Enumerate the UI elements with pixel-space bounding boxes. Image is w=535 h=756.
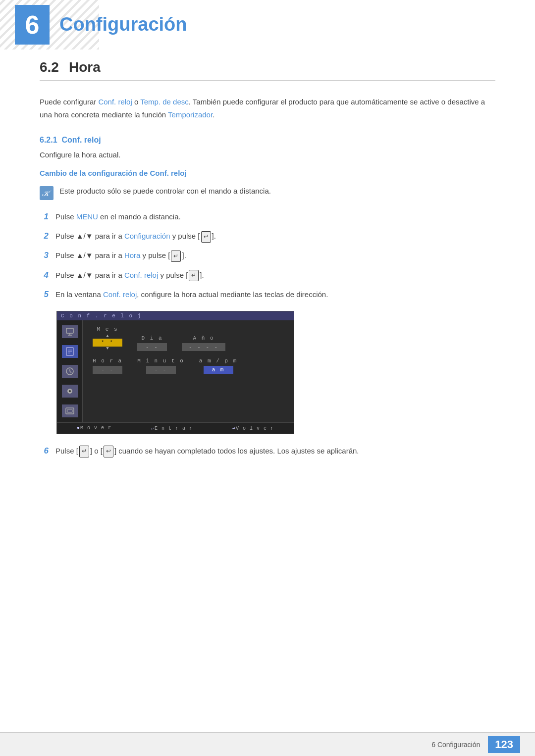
back-key-6: ↩ (104, 446, 113, 457)
dialog-main: M e s ▲ * * ▼ D i a - - A ñ o (83, 320, 294, 422)
sidebar-icon-2 (62, 345, 78, 358)
note-text: Este producto sólo se puede controlar co… (59, 185, 271, 197)
value-ampm: a m (204, 366, 233, 374)
step-number-1: 1 (40, 210, 49, 223)
dialog-footer: ●M o v e r ↵E n t r a r ↩V o l v e r (57, 422, 294, 434)
dialog-row-2: H o r a - - M i n u t o - - a m / p m a … (93, 358, 284, 374)
subsection-number: 6.2.1 (40, 136, 57, 144)
footer-entrar: ↵E n t r a r (151, 425, 193, 431)
step-number-4: 4 (40, 268, 49, 282)
enter-key-2: ↵ (201, 231, 211, 243)
svg-rect-2 (66, 328, 73, 333)
intro-paragraph: Puede configurar Conf. reloj o Temp. de … (40, 96, 495, 121)
field-mes: M e s ▲ * * ▼ (93, 326, 122, 351)
subsection-heading: 6.2.1 Conf. reloj (40, 136, 495, 145)
label-ampm: a m / p m (199, 358, 237, 364)
step-4-highlight: Conf. reloj (124, 271, 158, 279)
arrow-down-mes: ▼ (106, 347, 108, 351)
value-mes: * * (93, 339, 122, 347)
label-ano: A ñ o (193, 335, 214, 341)
bold-heading: Cambio de la configuración de Conf. relo… (40, 169, 495, 177)
dialog-row-1: M e s ▲ * * ▼ D i a - - A ñ o (93, 326, 284, 351)
field-minuto: M i n u t o - - (137, 358, 184, 374)
svg-point-13 (69, 390, 71, 392)
step-1-highlight: MENU (76, 212, 98, 221)
step-6: 6 Pulse [↵] o [↩] cuando se hayan comple… (40, 444, 495, 457)
value-minuto: - - (146, 366, 176, 374)
entrar-icon: ↵ (151, 426, 155, 431)
step-1: 1 Pulse MENU en el mando a distancia. (40, 210, 495, 223)
note-box: 𝒦 Este producto sólo se puede controlar … (40, 185, 495, 200)
value-ano: - - - - (182, 343, 225, 351)
step-5-highlight: Conf. reloj (103, 290, 137, 299)
subsection-title: Conf. reloj (61, 136, 101, 144)
field-ano: A ñ o - - - - (182, 335, 225, 351)
arrows-mes: ▲ * * ▼ (93, 334, 122, 351)
intro-text-1: Puede configurar (40, 98, 98, 106)
page-footer: 6 Configuración 123 (0, 732, 535, 756)
sidebar-icon-5 (62, 404, 78, 417)
svg-line-11 (70, 371, 71, 373)
sidebar-icon-1 (62, 325, 78, 338)
label-mes: M e s (97, 326, 118, 332)
step-text-2: Pulse ▲/▼ para ir a Configuración y puls… (55, 230, 216, 243)
label-dia: D i a (141, 335, 162, 341)
chapter-number: 6 (15, 5, 50, 45)
label-hora: H o r a (93, 358, 122, 364)
value-hora: - - (93, 366, 122, 374)
clock-dialog: C o n f . r e l o j (56, 311, 294, 434)
footer-mover: ●M o v e r (77, 425, 111, 431)
subsection-desc: Configure la hora actual. (40, 151, 495, 159)
label-minuto: M i n u t o (137, 358, 184, 364)
step-2-highlight: Configuración (124, 232, 170, 240)
main-content: 6.2 Hora Puede configurar Conf. reloj o … (0, 59, 535, 503)
dialog-title: C o n f . r e l o j (61, 313, 142, 319)
enter-key-3: ↵ (171, 251, 181, 262)
enter-key-6: ↵ (79, 446, 89, 457)
svg-rect-15 (67, 409, 72, 412)
intro-link-temporizador: Temporizador (168, 110, 213, 119)
step-number-6: 6 (40, 444, 49, 457)
step-text-5: En la ventana Conf. reloj, configure la … (55, 289, 328, 301)
section-number: 6.2 (40, 59, 59, 75)
step-number-5: 5 (40, 288, 49, 301)
sidebar-icon-3 (62, 365, 78, 378)
page-header: 6 Configuración (0, 0, 535, 50)
intro-link-temp: Temp. de desc (140, 98, 189, 106)
footer-section-text: 6 Configuración (431, 741, 480, 749)
step-4: 4 Pulse ▲/▼ para ir a Conf. reloj y puls… (40, 268, 495, 282)
section-title: Hora (69, 59, 101, 75)
step-2: 2 Pulse ▲/▼ para ir a Configuración y pu… (40, 229, 495, 243)
footer-volver: ↩V o l v e r (232, 425, 274, 431)
enter-key-4: ↵ (189, 270, 199, 281)
field-dia: D i a - - (137, 335, 167, 351)
volver-icon: ↩ (232, 426, 236, 431)
step-text-1: Pulse MENU en el mando a distancia. (55, 211, 181, 223)
field-hora: H o r a - - (93, 358, 122, 374)
dialog-titlebar: C o n f . r e l o j (57, 311, 294, 320)
intro-link-conf-reloj: Conf. reloj (98, 98, 132, 106)
step-text-6: Pulse [↵] o [↩] cuando se hayan completa… (55, 445, 359, 457)
sidebar-icon-4 (62, 385, 78, 398)
steps-list: 1 Pulse MENU en el mando a distancia. 2 … (40, 210, 495, 301)
step-text-3: Pulse ▲/▼ para ir a Hora y pulse [↵]. (55, 250, 186, 262)
step-3-highlight: Hora (124, 251, 141, 259)
step-text-4: Pulse ▲/▼ para ir a Conf. reloj y pulse … (55, 269, 204, 282)
dialog-body: M e s ▲ * * ▼ D i a - - A ñ o (57, 320, 294, 422)
step-5: 5 En la ventana Conf. reloj, configure l… (40, 288, 495, 301)
step-3: 3 Pulse ▲/▼ para ir a Hora y pulse [↵]. (40, 249, 495, 262)
dialog-sidebar (57, 320, 83, 422)
page-number: 123 (488, 736, 520, 753)
chapter-title: Configuración (59, 14, 187, 35)
field-ampm: a m / p m a m (199, 358, 237, 374)
section-heading: 6.2 Hora (40, 59, 495, 81)
note-icon: 𝒦 (40, 186, 54, 200)
mover-icon: ● (77, 425, 80, 431)
svg-rect-14 (66, 408, 74, 414)
arrow-up-mes: ▲ (106, 334, 108, 339)
step-number-2: 2 (40, 229, 49, 243)
intro-text-4: . (213, 110, 214, 119)
step-number-3: 3 (40, 249, 49, 262)
intro-text-2: o (132, 98, 140, 106)
value-dia: - - (137, 343, 167, 351)
